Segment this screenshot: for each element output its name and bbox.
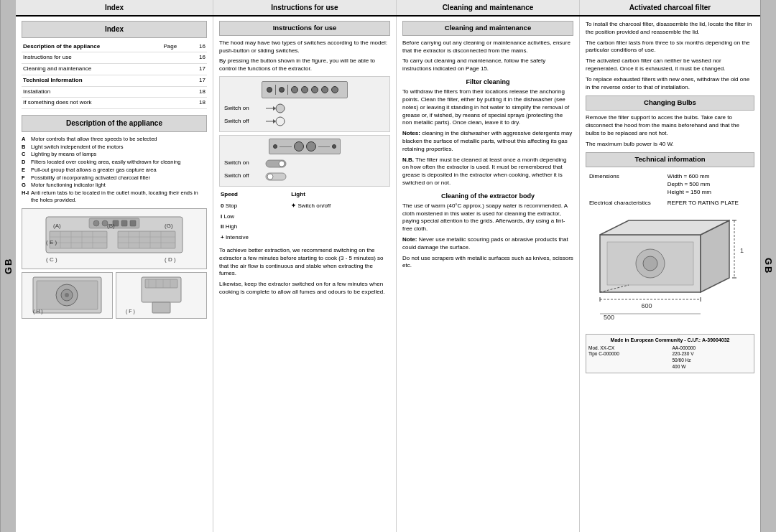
bulbs-para1: Remove the filter support to acces the b…: [586, 114, 754, 137]
svg-text:500: 500: [604, 314, 614, 321]
notes-label: Notes:: [402, 130, 420, 136]
index-title: Index: [22, 21, 207, 38]
illustrations-bottom: ( H ): [22, 272, 207, 319]
switch-off-icon: [264, 116, 286, 127]
switch-on-label-2: Switch on: [224, 159, 260, 167]
toggle-off-icon: [264, 170, 293, 182]
bulbs-para2: The maximum bulb power is 40 W.: [586, 141, 754, 149]
table-row: Technical Information 17: [22, 75, 207, 86]
panel-divider: [280, 146, 292, 147]
list-item: E Pull-out group that allows a greater g…: [22, 167, 207, 174]
index-item-label: Instructions for use: [22, 52, 162, 64]
index-table: Description of the appliance Page 16 Ins…: [22, 42, 207, 110]
panel-dial: [291, 86, 298, 93]
hood-svg-bottom-left: ( H ): [29, 274, 105, 317]
table-row: Description of the appliance Page 16: [22, 42, 207, 52]
switch-on-row-2: Switch on: [224, 157, 385, 169]
table-row: Instructions for use 16: [22, 52, 207, 64]
svg-text:(A): (A): [53, 223, 61, 229]
svg-rect-6: [130, 220, 136, 226]
list-item: A Motor controls that allow three speeds…: [22, 136, 207, 143]
svg-point-56: [643, 256, 657, 271]
charcoal-para3: The activated carbon filter can neither …: [586, 57, 754, 73]
table-row: Dimensions Width = 600 mm Depth = 500 mm…: [587, 172, 753, 197]
rating-title: Made in European Community - C.I.F.: A-3…: [588, 337, 752, 343]
control-panel-2: [269, 139, 341, 154]
index-item-page: 16: [190, 52, 207, 64]
instructions-para1: The hood may have two types of switches …: [219, 39, 390, 55]
svg-rect-7: [50, 231, 107, 248]
table-row: II High: [221, 223, 389, 232]
header-row: Index Instructions for use Cleaning and …: [16, 0, 760, 17]
header-instructions: Instructions for use: [213, 0, 397, 15]
note-para: Note: Never use metallic scouring pads o…: [402, 236, 573, 252]
hood-illustration-bottom-left: ( H ): [22, 272, 113, 319]
svg-text:600: 600: [641, 302, 652, 309]
instructions-title: Instructions for use: [219, 21, 390, 36]
speed-header: Speed: [221, 191, 290, 200]
switch-off-row-2: Switch off: [224, 170, 385, 182]
switch-off-label-2: Switch off: [224, 172, 260, 180]
dimensions-values: Width = 600 mm Depth = 500 mm Height = 1…: [665, 172, 753, 197]
index-item-page: 17: [190, 64, 207, 75]
panel-knob: [294, 141, 304, 151]
index-item-page: 16: [190, 42, 207, 52]
switch-on-icon: [264, 103, 286, 114]
header-technical: Activated charcoal filter: [580, 0, 760, 15]
svg-text:(G): (G): [165, 223, 173, 229]
panel-knob: [306, 141, 316, 151]
panel-indicator: [267, 87, 272, 93]
note-label: Note:: [402, 236, 417, 243]
svg-marker-43: [273, 106, 276, 111]
index-item-label: Technical Information: [22, 75, 162, 86]
table-row: If something does not work 18: [22, 98, 207, 109]
svg-marker-46: [273, 119, 276, 123]
hood-illustration-bottom-right: ( F ): [116, 272, 207, 319]
index-item-label: Cleaning and maintenance: [22, 64, 162, 75]
table-row: I Low: [221, 213, 389, 222]
table-row: + Intensive: [221, 233, 389, 243]
header-cleaning: Cleaning and maintenance: [397, 0, 580, 15]
header-index: Index: [16, 0, 213, 15]
cleaning-para2: To carry out cleaning and maintenance, f…: [402, 57, 573, 73]
svg-text:( E ): ( E ): [46, 239, 57, 246]
index-item-label: If something does not work: [22, 98, 162, 109]
svg-text:( D ): ( D ): [165, 256, 176, 263]
switch-diagram-1: Switch on Switch off: [219, 76, 390, 132]
rating-content: Mod. XX-CX Tipo C-000000 AA-000000 220-2…: [588, 345, 752, 370]
notes-text: cleaning in the dishwasher with aggressi…: [402, 130, 572, 152]
cleaning-column: Cleaning and maintenance Before carrying…: [397, 17, 580, 532]
toggle-on-icon: [264, 157, 293, 169]
table-row: Cleaning and maintenance 17: [22, 64, 207, 75]
list-item: H-I Anti return tabs to be located in th…: [22, 190, 207, 204]
svg-point-2: [93, 220, 99, 226]
svg-rect-5: [121, 220, 127, 226]
cleaning-title: Cleaning and maintenance: [402, 21, 573, 36]
index-item-page: 18: [190, 98, 207, 109]
switch-off-label-1: Switch off: [224, 118, 260, 126]
instructions-para3: To achieve better extraction, we recomme…: [219, 247, 390, 278]
elec-value: REFER TO RATING PLATE: [665, 199, 753, 208]
index-item-page: 17: [190, 75, 207, 86]
charcoal-para4: To replace exhausted filters with new on…: [586, 76, 754, 92]
svg-point-31: [65, 293, 69, 297]
svg-text:( F ): ( F ): [126, 309, 135, 314]
switch-on-row-1: Switch on: [224, 103, 385, 114]
desc-list: A Motor controls that allow three speeds…: [22, 136, 207, 204]
panel-dial: [311, 86, 318, 93]
tech-diagram-svg: 600 150 500: [586, 213, 744, 328]
desc-title: Description of the appliance: [22, 115, 207, 132]
dimensions-table: Dimensions Width = 600 mm Depth = 500 mm…: [586, 171, 754, 209]
switch-off-row-1: Switch off: [224, 116, 385, 127]
table-row: Electrical characteristics REFER TO RATI…: [587, 199, 753, 208]
rating-plate: Made in European Community - C.I.F.: A-3…: [586, 334, 754, 373]
panel-dot: [273, 144, 277, 149]
svg-rect-8: [118, 231, 175, 248]
switch-on-label-1: Switch on: [224, 105, 260, 113]
panel-indicator: [279, 87, 285, 93]
panel-separator: [275, 85, 276, 95]
note-para2: Do not use scrapers with metallic surfac…: [402, 255, 573, 271]
index-item-extra: Page: [162, 42, 190, 52]
table-row: 0 Stop ✦ Switch on/off: [221, 202, 389, 211]
speed-light-table: Speed Light 0 Stop ✦ Switch on/off I Low: [219, 190, 390, 244]
